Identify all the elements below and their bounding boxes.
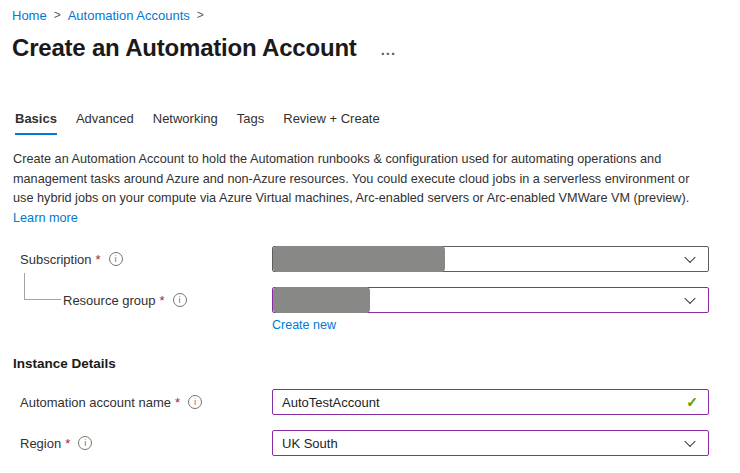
- region-label-group: Region * i: [12, 430, 272, 456]
- description-line: Create an Automation Account to hold the…: [13, 150, 728, 170]
- subscription-label: Subscription: [20, 252, 92, 267]
- page-title: Create an Automation Account: [12, 34, 357, 62]
- account-name-label-group: Automation account name * i: [12, 389, 272, 415]
- automation-account-name-input[interactable]: AutoTestAccount ✓: [272, 389, 709, 415]
- description-line: use hybrid jobs on your compute via Azur…: [13, 189, 728, 209]
- region-value: UK South: [282, 436, 338, 451]
- subscription-field-col: [272, 246, 709, 272]
- tab-tags[interactable]: Tags: [237, 111, 264, 135]
- more-options-icon[interactable]: ...: [381, 41, 397, 58]
- account-name-label: Automation account name: [20, 395, 171, 410]
- description-line: management tasks around Azure and non-Az…: [13, 170, 728, 190]
- tab-basics[interactable]: Basics: [15, 111, 57, 135]
- info-icon[interactable]: i: [109, 252, 123, 266]
- breadcrumb-link-home[interactable]: Home: [12, 8, 47, 23]
- info-icon[interactable]: i: [78, 436, 92, 450]
- info-icon[interactable]: i: [188, 395, 202, 409]
- create-automation-account-page: Home > Automation Accounts > Create an A…: [0, 0, 740, 456]
- required-marker: *: [65, 436, 70, 451]
- chevron-down-icon: [684, 436, 695, 447]
- resource-group-field-col: Create new: [272, 287, 709, 333]
- chevron-down-icon: [684, 252, 695, 263]
- account-name-field-col: AutoTestAccount ✓: [272, 389, 709, 415]
- basics-form: Subscription * i Resource group * i: [12, 246, 728, 456]
- breadcrumb-separator-icon: >: [54, 8, 61, 22]
- create-new-link[interactable]: Create new: [272, 318, 336, 332]
- title-row: Create an Automation Account ...: [12, 32, 728, 64]
- required-marker: *: [160, 293, 165, 308]
- tree-connector: [24, 273, 61, 300]
- region-dropdown[interactable]: UK South: [272, 430, 709, 456]
- region-label: Region: [20, 436, 61, 451]
- subscription-dropdown[interactable]: [272, 246, 709, 272]
- account-name-row: Automation account name * i AutoTestAcco…: [12, 389, 728, 415]
- breadcrumb-separator-icon: >: [197, 8, 204, 22]
- redacted-subscription-value: [273, 246, 445, 272]
- resource-group-label: Resource group: [63, 293, 156, 308]
- tab-bar: Basics Advanced Networking Tags Review +…: [12, 111, 728, 135]
- redacted-resource-group-value: [273, 287, 370, 313]
- valid-checkmark-icon: ✓: [686, 394, 698, 410]
- required-marker: *: [96, 252, 101, 267]
- tab-advanced[interactable]: Advanced: [76, 111, 134, 135]
- learn-more-link[interactable]: Learn more: [13, 211, 78, 225]
- chevron-down-icon: [684, 293, 695, 304]
- section-heading-instance-details: Instance Details: [12, 356, 728, 371]
- subscription-label-group: Subscription * i: [12, 246, 272, 272]
- account-name-value: AutoTestAccount: [282, 395, 380, 410]
- subscription-row: Subscription * i: [12, 246, 728, 272]
- required-marker: *: [175, 395, 180, 410]
- tab-networking[interactable]: Networking: [153, 111, 218, 135]
- tab-review-create[interactable]: Review + Create: [283, 111, 379, 135]
- info-icon[interactable]: i: [173, 293, 187, 307]
- description: Create an Automation Account to hold the…: [12, 150, 728, 228]
- region-field-col: UK South: [272, 430, 709, 456]
- breadcrumb-link-automation-accounts[interactable]: Automation Accounts: [68, 8, 190, 23]
- resource-group-row: Resource group * i Create new: [12, 287, 728, 333]
- resource-group-dropdown[interactable]: [272, 287, 709, 313]
- breadcrumb: Home > Automation Accounts >: [12, 8, 728, 23]
- region-row: Region * i UK South: [12, 430, 728, 456]
